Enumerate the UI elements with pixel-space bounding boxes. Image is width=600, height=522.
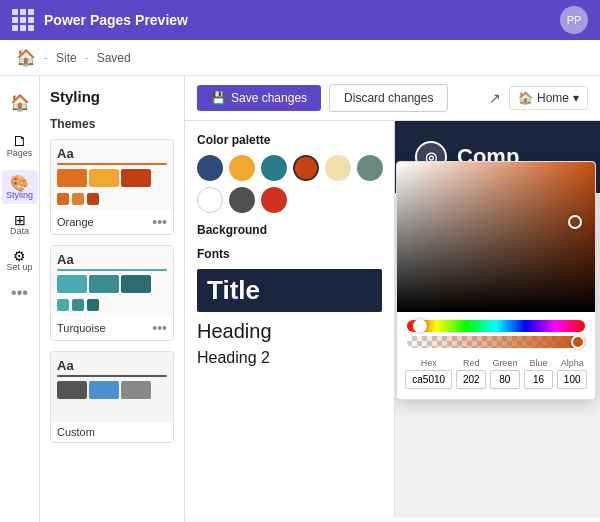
theme-card-custom[interactable]: Aa Custom (50, 351, 174, 443)
style-options: Color palette Background Fonts Title Hea… (185, 121, 395, 517)
theme-preview-orange: Aa (51, 140, 173, 210)
save-button-label: Save changes (231, 91, 307, 105)
theme-more-orange[interactable]: ••• (152, 214, 167, 230)
green-label: Green (490, 358, 520, 368)
theme-preview-turquoise: Aa (51, 246, 173, 316)
alpha-field-group: Alpha (557, 358, 587, 389)
theme-preview-custom: Aa (51, 352, 173, 422)
red-field-group: Red (456, 358, 486, 389)
theme-name-custom: Custom (57, 426, 95, 438)
icon-sidebar: 🏠 🗋 Pages 🎨 Styling ⊞ Data ⚙ Set up ••• (0, 76, 40, 522)
red-label: Red (456, 358, 486, 368)
font-title-preview: Title (197, 269, 382, 312)
theme-name-orange: Orange (57, 216, 94, 228)
sidebar-item-setup[interactable]: ⚙ Set up (2, 244, 38, 276)
swatch-cream[interactable] (325, 155, 351, 181)
color-picker-popup: Hex Red Green Blue (396, 161, 596, 400)
swatch-white[interactable] (197, 187, 223, 213)
background-label: Background (197, 223, 382, 237)
hex-field-group: Hex (405, 358, 452, 389)
home-button[interactable]: 🏠 Home ▾ (509, 86, 588, 110)
hue-slider[interactable] (407, 320, 585, 332)
avatar[interactable]: PP (560, 6, 588, 34)
blue-label: Blue (524, 358, 554, 368)
top-bar: Power Pages Preview PP (0, 0, 600, 40)
color-palette-label: Color palette (197, 133, 382, 147)
blue-input[interactable] (524, 370, 554, 389)
sidebar-styling-label: Styling (6, 190, 33, 200)
alpha-input[interactable] (557, 370, 587, 389)
sub-bar: 🏠 - Site - Saved (0, 40, 600, 76)
app-grid-icon[interactable] (12, 9, 34, 31)
sidebar-setup-label: Set up (6, 262, 32, 272)
sidebar-item-pages[interactable]: 🗋 Pages (2, 124, 38, 166)
alpha-label: Alpha (557, 358, 587, 368)
color-fields: Hex Red Green Blue (397, 352, 595, 389)
theme-card-turquoise[interactable]: Aa Turquoise ••• (50, 245, 174, 341)
swatch-orange-selected[interactable] (293, 155, 319, 181)
sidebar-item-home[interactable]: 🏠 (2, 84, 38, 120)
swatch-navy[interactable] (197, 155, 223, 181)
swatch-teal[interactable] (261, 155, 287, 181)
site-label: Site (56, 51, 77, 65)
styling-content: Color palette Background Fonts Title Hea… (185, 121, 600, 517)
sidebar-item-more[interactable]: ••• (11, 284, 28, 302)
green-field-group: Green (490, 358, 520, 389)
styling-heading: Styling (50, 88, 174, 105)
sidebar-item-styling[interactable]: 🎨 Styling (2, 170, 38, 204)
blue-field-group: Blue (524, 358, 554, 389)
font-heading-preview: Heading (197, 316, 382, 347)
alpha-thumb[interactable] (571, 335, 585, 349)
save-changes-button[interactable]: 💾 Save changes (197, 85, 321, 111)
color-gradient-picker[interactable] (397, 162, 595, 312)
green-input[interactable] (490, 370, 520, 389)
home-icon[interactable]: 🏠 (16, 48, 36, 67)
alpha-slider[interactable] (407, 336, 585, 348)
home-label: Home (537, 91, 569, 105)
main-layout: 🏠 🗋 Pages 🎨 Styling ⊞ Data ⚙ Set up ••• … (0, 76, 600, 522)
color-picker-thumb[interactable] (568, 215, 582, 229)
sidebar-data-label: Data (10, 226, 29, 236)
swatch-red[interactable] (261, 187, 287, 213)
theme-more-turquoise[interactable]: ••• (152, 320, 167, 336)
color-palette (197, 155, 382, 213)
hue-thumb[interactable] (413, 319, 427, 333)
styling-toolbar: 💾 Save changes Discard changes ↗ 🏠 Home … (185, 76, 600, 121)
chevron-down-icon: ▾ (573, 91, 579, 105)
arrow-icon[interactable]: ↗ (489, 90, 501, 106)
hex-input[interactable] (405, 370, 452, 389)
styling-main: 💾 Save changes Discard changes ↗ 🏠 Home … (185, 76, 600, 522)
sidebar-pages-label: Pages (7, 148, 33, 158)
home-icon-small: 🏠 (518, 91, 533, 105)
swatch-gray[interactable] (229, 187, 255, 213)
themes-subheading: Themes (50, 117, 174, 131)
saved-status: Saved (97, 51, 131, 65)
save-icon: 💾 (211, 91, 226, 105)
red-input[interactable] (456, 370, 486, 389)
swatch-amber[interactable] (229, 155, 255, 181)
preview-area: ◎ Comp Heading Heading (395, 121, 600, 517)
discard-changes-button[interactable]: Discard changes (329, 84, 448, 112)
swatch-sage[interactable] (357, 155, 383, 181)
sidebar-item-data[interactable]: ⊞ Data (2, 208, 38, 240)
themes-panel: Styling Themes Aa Orange ••• (40, 76, 185, 522)
fonts-label: Fonts (197, 247, 382, 261)
theme-card-orange[interactable]: Aa Orange ••• (50, 139, 174, 235)
app-title: Power Pages Preview (44, 12, 550, 28)
font-heading2-preview: Heading 2 (197, 347, 382, 369)
theme-name-turquoise: Turquoise (57, 322, 106, 334)
hex-label: Hex (405, 358, 452, 368)
